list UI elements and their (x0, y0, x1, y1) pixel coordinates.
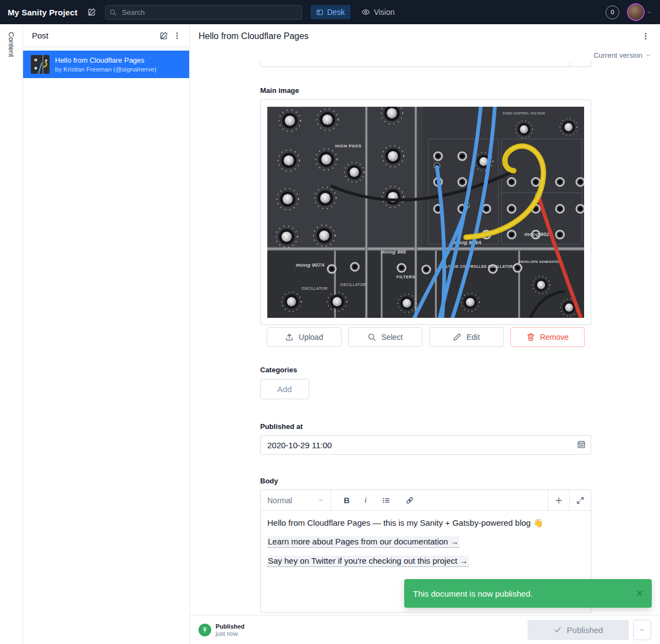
compose-icon (160, 31, 168, 40)
photo-label: FIXED CONTROL VOLTAGE (503, 112, 546, 115)
photo-label: moog 907A (296, 262, 325, 268)
clipped-field (260, 62, 591, 67)
footer-actions: Published (527, 620, 651, 640)
post-thumbnail-image (31, 55, 50, 74)
trash-icon (526, 333, 535, 342)
photo-label: moog 995 (381, 249, 406, 255)
create-post-button[interactable] (157, 29, 170, 42)
publish-status-icon (199, 624, 211, 636)
post-thumbnail (31, 55, 50, 74)
calendar-icon (577, 440, 586, 449)
link-button[interactable] (405, 496, 414, 505)
calendar-button[interactable] (577, 440, 586, 449)
tab-desk[interactable]: Desk (311, 5, 350, 19)
bullet-list-button[interactable] (382, 496, 391, 505)
publish-status-title: Published (216, 623, 245, 630)
project-title: My Sanity Project (8, 8, 78, 17)
version-selector[interactable]: Current version (593, 51, 651, 59)
eye-icon (361, 8, 370, 16)
bullet-list-icon (382, 496, 391, 505)
main-area: Content Post (0, 24, 660, 644)
expand-icon (576, 496, 585, 505)
editor-toolbar: Normal B i (261, 490, 591, 511)
select-button[interactable]: Select (348, 327, 423, 347)
document-menu-button[interactable] (639, 30, 652, 43)
close-icon (635, 589, 644, 598)
kebab-menu-icon (641, 32, 650, 41)
kebab-menu-icon (173, 31, 182, 40)
post-list-header: Post (23, 24, 189, 47)
publish-up-icon (201, 626, 208, 634)
remove-label: Remove (540, 333, 569, 342)
tab-vision[interactable]: Vision (356, 5, 400, 19)
user-menu-chevron[interactable] (646, 9, 652, 15)
add-category-button[interactable]: Add (260, 379, 309, 399)
pane-title: Post (32, 31, 157, 40)
editor-content[interactable]: Hello from Cloudflare Pages — this is my… (261, 511, 591, 581)
publish-status: Published just now (216, 623, 245, 637)
select-label: Select (381, 333, 403, 342)
photo-label: FILTERS (397, 274, 415, 279)
format-buttons: B i (331, 490, 548, 510)
remove-button[interactable]: Remove (510, 327, 585, 347)
toast-close-button[interactable] (635, 589, 644, 598)
search-container (96, 5, 302, 20)
block-style-select[interactable]: Normal (261, 490, 331, 510)
rail-content-tab[interactable]: Content (7, 32, 15, 644)
block-style-value: Normal (267, 496, 292, 505)
publish-button[interactable]: Published (527, 620, 629, 640)
post-list-pane: Post (23, 24, 190, 644)
publish-button-label: Published (567, 625, 603, 635)
insert-block-button[interactable] (548, 490, 569, 510)
publish-status-time: just now (216, 630, 245, 637)
photo-label: moog 902 (524, 231, 549, 237)
document-pane: Hello from Cloudflare Pages Current vers… (190, 24, 660, 644)
publish-menu-button[interactable] (633, 620, 651, 640)
tab-vision-label: Vision (374, 8, 395, 16)
italic-button[interactable]: i (365, 496, 367, 505)
document-footer: Published just now Published (190, 615, 660, 644)
edit-label: Edit (466, 333, 480, 342)
search-input[interactable] (105, 5, 302, 20)
main-image-field[interactable]: FIXED CONTROL VOLTAGE HIGH PASS FILTERS … (260, 100, 591, 325)
toast-message: This document is now published. (413, 589, 635, 598)
pane-menu-button[interactable] (170, 29, 184, 42)
upload-button[interactable]: Upload (267, 327, 342, 347)
post-list-item-selected[interactable]: Hello from Cloudflare Pages by Kristian … (23, 51, 189, 78)
plus-icon (554, 496, 563, 505)
document-form: Main image (190, 62, 660, 615)
document-header: Hello from Cloudflare Pages (190, 24, 660, 48)
fullscreen-button[interactable] (569, 490, 591, 510)
chevron-down-icon (646, 9, 652, 15)
chevron-down-icon (639, 627, 645, 633)
version-row: Current version (190, 48, 660, 62)
upload-icon (285, 333, 294, 342)
published-at-field (260, 435, 591, 455)
bold-button[interactable]: B (344, 496, 350, 505)
categories-label: Categories (260, 366, 591, 375)
body-link[interactable]: Learn more about Pages from our document… (267, 536, 459, 548)
post-item-text: Hello from Cloudflare Pages by Kristian … (55, 56, 156, 73)
body-link[interactable]: Say hey on Twitter if you're checking ou… (267, 555, 469, 567)
post-item-title: Hello from Cloudflare Pages (55, 56, 156, 65)
published-at-input[interactable] (260, 435, 591, 455)
main-image-photo: FIXED CONTROL VOLTAGE HIGH PASS FILTERS … (267, 107, 584, 318)
image-button-row: Upload Select Edit (267, 327, 585, 347)
content-rail: Content (0, 24, 23, 644)
new-document-button[interactable] (87, 8, 96, 16)
publish-toast: This document is now published. (404, 579, 652, 608)
edit-button[interactable]: Edit (429, 327, 504, 347)
check-icon (553, 625, 562, 634)
avatar[interactable] (628, 4, 644, 20)
body-label: Body (260, 477, 591, 486)
clipped-field-box[interactable] (260, 62, 591, 67)
main-image-label: Main image (260, 86, 591, 95)
search-icon (367, 333, 376, 342)
tab-desk-label: Desk (327, 8, 345, 16)
clipped-field-divider (570, 62, 570, 67)
photo-label: HIGH PASS (336, 144, 362, 148)
version-label: Current version (593, 51, 642, 59)
post-item-subtitle: by Kristian Freeman (@signalnerve) (55, 66, 156, 73)
chevron-down-icon (645, 52, 651, 58)
notifications-badge[interactable]: 0 (606, 5, 619, 19)
